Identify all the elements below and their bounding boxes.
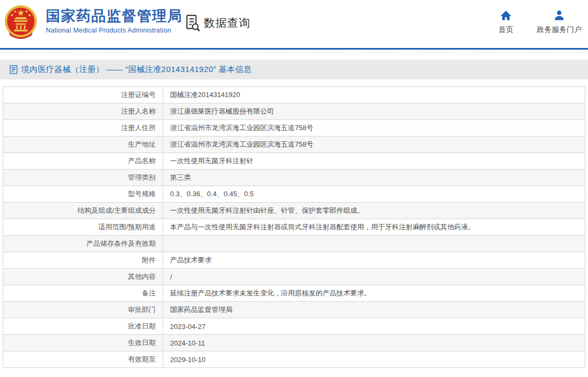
site-logo[interactable]: 国家药品监督管理局 National Medical Products Admi…	[3, 4, 183, 39]
table-row: 生效日期2024-10-11	[3, 335, 585, 351]
registration-info-table: 注册证编号国械注准20143141920 注册人名称浙江康德莱医疗器械股份有限公…	[3, 86, 585, 368]
table-row: 有效期至2029-10-10	[3, 351, 585, 368]
row-label: 注册证编号	[3, 87, 163, 103]
row-label: 结构及组成/主要组成成分	[3, 203, 163, 219]
row-label: 型号规格	[3, 186, 163, 203]
row-label: 生效日期	[3, 335, 163, 351]
row-label: 注册人住所	[3, 120, 163, 137]
row-value: 2029-10-10	[163, 351, 585, 368]
national-emblem-icon	[3, 4, 38, 39]
page-title: 境内医疗器械（注册） —— “国械注准20143141920” 基本信息	[21, 65, 252, 75]
row-value: 国械注准20143141920	[163, 87, 585, 103]
page-icon	[10, 65, 18, 74]
home-icon	[500, 10, 512, 21]
row-value: 0.3、0.36、0.4、0.45、0.5	[163, 186, 585, 203]
row-label: 注册人名称	[3, 103, 163, 120]
table-row: 结构及组成/主要组成成分一次性使用无菌牙科注射针由针座、针管、保护套零部件组成。	[3, 203, 585, 219]
table-row: 适用范围/预期用途本产品与一次性使用无菌牙科注射器或筒式牙科注射器配套使用，用于…	[3, 219, 585, 236]
table-row: 管理类别第三类	[3, 170, 585, 186]
header-nav: 首页 政务服务门户	[498, 10, 582, 35]
row-value: 浙江省温州市龙湾滨海工业园区滨海五道758号	[163, 137, 585, 153]
row-value: 一次性使用无菌牙科注射针由针座、针管、保护套零部件组成。	[163, 203, 585, 219]
nav-item-portal[interactable]: 政务服务门户	[537, 10, 582, 35]
table-row: 附件产品技术要求	[3, 252, 585, 269]
registration-info-table-wrap: 注册证编号国械注准20143141920 注册人名称浙江康德莱医疗器械股份有限公…	[0, 86, 588, 368]
table-row: 其他内容/	[3, 269, 585, 285]
row-value: /	[163, 269, 585, 285]
row-label: 审批部门	[3, 302, 163, 318]
nav-item-label: 政务服务门户	[537, 25, 582, 35]
row-value: 2024-10-11	[163, 335, 585, 351]
site-header: 国家药品监督管理局 National Medical Products Admi…	[0, 0, 588, 48]
row-label: 附件	[3, 252, 163, 269]
row-value: 产品技术要求	[163, 252, 585, 269]
stripe-band	[0, 50, 588, 54]
nav-item-label: 首页	[498, 25, 513, 35]
table-row: 批准日期2023-04-27	[3, 318, 585, 335]
data-query-tab[interactable]: 数据查询	[184, 14, 251, 32]
document-search-icon	[184, 14, 201, 32]
row-value: 一次性使用无菌牙科注射针	[163, 153, 585, 170]
data-query-label: 数据查询	[204, 15, 251, 30]
table-row: 产品名称一次性使用无菌牙科注射针	[3, 153, 585, 170]
table-row: 备注延续注册产品技术要求未发生变化，沿用原核发的产品技术要求。	[3, 285, 585, 302]
table-row: 生产地址浙江省温州市龙湾滨海工业园区滨海五道758号	[3, 137, 585, 153]
row-value: 2023-04-27	[163, 318, 585, 335]
row-value: 浙江康德莱医疗器械股份有限公司	[163, 103, 585, 120]
row-value: 本产品与一次性使用无菌牙科注射器或筒式牙科注射器配套使用，用于牙科注射麻醉剂或其…	[163, 219, 585, 236]
row-value: 第三类	[163, 170, 585, 186]
row-label: 有效期至	[3, 351, 163, 368]
table-row: 注册人住所浙江省温州市龙湾滨海工业园区滨海五道758号	[3, 120, 585, 137]
row-label: 其他内容	[3, 269, 163, 285]
table-row: 注册人名称浙江康德莱医疗器械股份有限公司	[3, 103, 585, 120]
table-row: 审批部门国家药品监督管理局	[3, 302, 585, 318]
row-value: 国家药品监督管理局	[163, 302, 585, 318]
table-row: 型号规格0.3、0.36、0.4、0.45、0.5	[3, 186, 585, 203]
row-value: 延续注册产品技术要求未发生变化，沿用原核发的产品技术要求。	[163, 285, 585, 302]
row-label: 生产地址	[3, 137, 163, 153]
user-icon	[553, 10, 565, 21]
row-label: 批准日期	[3, 318, 163, 335]
nav-item-home[interactable]: 首页	[498, 10, 513, 35]
row-value	[163, 236, 585, 252]
page-title-bar: 境内医疗器械（注册） —— “国械注准20143141920” 基本信息	[0, 60, 588, 79]
row-label: 管理类别	[3, 170, 163, 186]
row-label: 产品名称	[3, 153, 163, 170]
org-name-en: National Medical Products Administration	[46, 27, 183, 34]
org-names: 国家药品监督管理局 National Medical Products Admi…	[46, 4, 183, 34]
row-label: 产品储存条件及有效期	[3, 236, 163, 252]
row-value: 浙江省温州市龙湾滨海工业园区滨海五道758号	[163, 120, 585, 137]
row-label: 备注	[3, 285, 163, 302]
table-row: 注册证编号国械注准20143141920	[3, 87, 585, 103]
row-label: 适用范围/预期用途	[3, 219, 163, 236]
table-row: 产品储存条件及有效期	[3, 236, 585, 252]
org-name-cn: 国家药品监督管理局	[46, 7, 183, 25]
